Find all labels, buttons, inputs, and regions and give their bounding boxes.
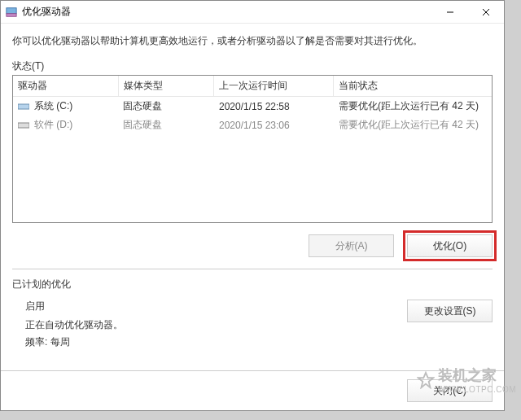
schedule-section-label: 已计划的优化 (12, 278, 493, 291)
action-buttons: 分析(A) 优化(O) (12, 234, 493, 257)
col-state[interactable]: 当前状态 (334, 76, 492, 97)
col-last-run[interactable]: 上一次运行时间 (214, 76, 334, 97)
app-icon (6, 7, 17, 18)
optimize-button[interactable]: 优化(O) (407, 234, 493, 257)
description-text: 你可以优化驱动器以帮助计算机更高效地运行，或者分析驱动器以了解是否需要对其进行优… (12, 33, 493, 48)
col-drive[interactable]: 驱动器 (13, 76, 118, 97)
status-section-label: 状态(T) (12, 59, 493, 73)
svg-rect-1 (7, 13, 16, 16)
svg-rect-5 (18, 104, 29, 109)
schedule-info: 启用 正在自动优化驱动器。 频率: 每周 (25, 300, 123, 349)
schedule-detail: 正在自动优化驱动器。 (25, 318, 123, 332)
table-row[interactable]: 系统 (C:) 固态硬盘 2020/1/15 22:58 需要优化(距上次运行已… (13, 97, 492, 116)
analyze-button: 分析(A) (309, 234, 394, 257)
svg-rect-0 (7, 7, 16, 13)
title-bar: 优化驱动器 (1, 1, 504, 24)
drive-table: 驱动器 媒体类型 上一次运行时间 当前状态 系统 (C:) 固态硬盘 2020/… (12, 75, 493, 223)
schedule-enabled-label: 启用 (25, 300, 123, 313)
media-type: 固态硬盘 (118, 97, 214, 116)
table-row[interactable]: 软件 (D:) 固态硬盘 2020/1/15 23:06 需要优化(距上次运行已… (13, 116, 492, 134)
svg-rect-6 (18, 123, 29, 128)
schedule-frequency: 频率: 每周 (25, 335, 123, 349)
drive-name: 软件 (D:) (34, 118, 72, 132)
last-run: 2020/1/15 22:58 (214, 97, 334, 116)
divider (12, 269, 493, 269)
drive-icon (18, 103, 29, 111)
drive-name: 系统 (C:) (34, 99, 72, 113)
minimize-button[interactable] (432, 1, 468, 24)
change-settings-button[interactable]: 更改设置(S) (407, 300, 493, 322)
current-state: 需要优化(距上次运行已有 42 天) (334, 97, 492, 116)
optimize-drives-window: 优化驱动器 装机之家 你可以优化驱动器以帮助计算机更高效地运行，或者分析驱动器以… (0, 0, 505, 411)
col-media[interactable]: 媒体类型 (118, 76, 214, 97)
media-type: 固态硬盘 (118, 116, 214, 134)
last-run: 2020/1/15 23:06 (214, 116, 334, 134)
drive-icon (18, 121, 29, 129)
dialog-button-bar: 关闭(C) (1, 370, 504, 410)
table-header-row: 驱动器 媒体类型 上一次运行时间 当前状态 (13, 76, 492, 97)
window-title: 优化驱动器 (22, 5, 432, 19)
close-button[interactable]: 关闭(C) (407, 379, 493, 402)
close-window-button[interactable] (468, 1, 504, 24)
current-state: 需要优化(距上次运行已有 42 天) (334, 116, 492, 134)
